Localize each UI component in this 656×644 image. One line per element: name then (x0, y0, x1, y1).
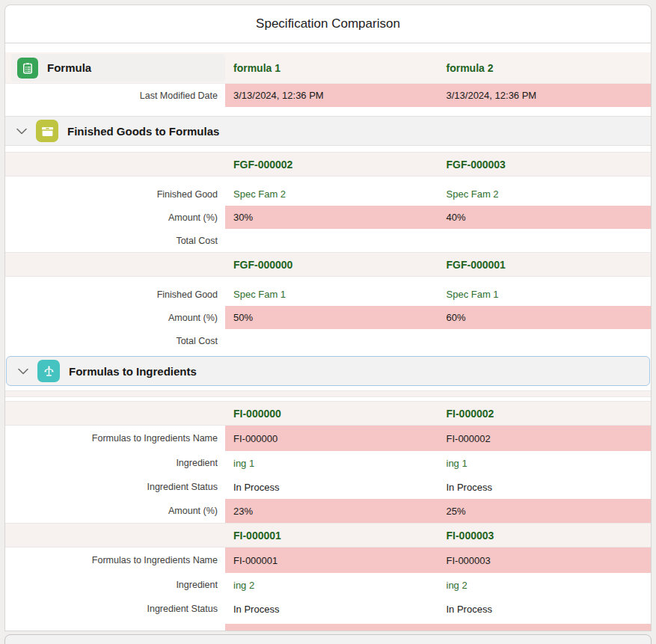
record-link[interactable]: FGF-000000 (225, 259, 438, 271)
formula-clipboard-icon (17, 58, 38, 79)
record-link[interactable]: Spec Fam 1 (225, 283, 438, 306)
field-values-highlighted: FI-000000 FI-000002 (225, 426, 651, 451)
label-spacer (5, 624, 225, 631)
finished-goods-box-icon (36, 120, 58, 142)
comparison-body: Formula formula 1 formula 2 Last Modifie… (4, 43, 652, 631)
field-label: Total Cost (5, 329, 225, 352)
field-row-amount: Amount (%) 30% 40% (5, 206, 651, 229)
field-value: 50% (225, 306, 438, 329)
record-link[interactable]: FI-000001 (225, 530, 438, 542)
column-header-formula-2[interactable]: formula 2 (438, 62, 652, 74)
field-values-highlighted: FI-000001 FI-000003 (225, 548, 651, 573)
record-link[interactable]: Spec Fam 2 (438, 183, 652, 206)
record-link[interactable]: ing 2 (225, 573, 438, 597)
field-value: In Process (438, 475, 652, 499)
section-title-formulas-ingredients: Formulas to Ingredients (69, 365, 197, 378)
field-label: Last Modified Date (5, 84, 225, 107)
section-title-finished-goods: Finished Goods to Formulas (67, 125, 219, 138)
field-value (438, 329, 652, 352)
field-label: Amount (%) (5, 499, 225, 523)
section-toggle-formulas-ingredients[interactable]: Formulas to Ingredients (6, 356, 650, 386)
section-toggle-finished-goods[interactable]: Finished Goods to Formulas (5, 116, 651, 146)
field-row-fi-name: Formulas to Ingredients Name FI-000000 F… (5, 426, 651, 451)
formula-section-label: Formula (11, 54, 225, 82)
spacer (5, 146, 651, 152)
field-values-highlighted: 23% 25% (225, 499, 651, 523)
field-value (225, 229, 438, 252)
field-label: Amount (%) (5, 206, 225, 229)
field-value: 25% (438, 499, 652, 523)
field-row-amount: Amount (%) 50% 60% (5, 306, 651, 329)
field-value: 40% (438, 206, 652, 229)
chevron-down-icon[interactable] (16, 128, 27, 135)
field-value: FI-000000 (225, 426, 438, 451)
field-row-total-cost: Total Cost (5, 329, 651, 352)
section-title-formula: Formula (47, 61, 91, 74)
field-label: Total Cost (5, 229, 225, 252)
field-value: 3/13/2024, 12:36 PM (438, 84, 652, 107)
record-link[interactable]: Spec Fam 1 (438, 283, 652, 306)
record-link[interactable]: FGF-000002 (225, 159, 438, 171)
record-link[interactable]: ing 2 (438, 573, 652, 597)
field-row-amount: Amount (%) 23% 25% (5, 499, 651, 523)
record-link[interactable]: ing 1 (225, 451, 438, 475)
modal-header: Specification Comparison (4, 4, 652, 43)
field-row-last-modified-date: Last Modified Date 3/13/2024, 12:36 PM 3… (5, 84, 651, 107)
field-row-finished-good: Finished Good Spec Fam 2 Spec Fam 2 (5, 183, 651, 206)
field-value: In Process (225, 597, 438, 621)
balance-scale-icon (37, 360, 60, 382)
field-value: FI-000003 (438, 548, 652, 573)
section-header-formula: Formula formula 1 formula 2 (5, 52, 651, 84)
record-link[interactable]: FI-000002 (438, 408, 652, 420)
spacer (5, 177, 651, 183)
field-label: Finished Good (5, 283, 225, 306)
record-header-band: FI-000000 FI-000002 (5, 401, 651, 426)
field-label: Amount (%) (5, 306, 225, 329)
formula-columns: formula 1 formula 2 (225, 52, 651, 83)
field-value: FI-000002 (438, 426, 652, 451)
field-values-highlighted (225, 624, 651, 631)
chevron-down-icon[interactable] (18, 368, 28, 375)
field-row-ingredient: Ingredient ing 1 ing 1 (5, 451, 651, 475)
field-label: Formulas to Ingredients Name (5, 548, 225, 573)
field-row-ingredient: Ingredient ing 2 ing 2 (5, 573, 651, 597)
record-link[interactable]: ing 1 (438, 451, 652, 475)
field-label: Ingredient (5, 573, 225, 597)
record-header-band: FGF-000002 FGF-000003 (5, 152, 651, 177)
field-value: 30% (225, 206, 438, 229)
record-header-band: FI-000001 FI-000003 (5, 523, 651, 548)
field-label: Formulas to Ingredients Name (5, 426, 225, 451)
spacer (5, 277, 651, 283)
clipped-highlight-row (5, 624, 651, 631)
field-value: In Process (438, 597, 652, 621)
record-header-band: FGF-000000 FGF-000001 (5, 252, 651, 277)
field-label: Ingredient (5, 451, 225, 475)
field-values-highlighted: 30% 40% (225, 206, 651, 229)
specification-comparison-modal: Specification Comparison Formula form (0, 0, 656, 644)
field-value (438, 229, 652, 252)
field-value (225, 329, 438, 352)
field-row-total-cost: Total Cost (5, 229, 651, 252)
page-title: Specification Comparison (256, 16, 400, 31)
field-values-highlighted: 50% 60% (225, 306, 651, 329)
record-link[interactable]: FGF-000003 (438, 159, 652, 171)
field-row-ingredient-status: Ingredient Status In Process In Process (5, 475, 651, 499)
field-row-ingredient-status: Ingredient Status In Process In Process (5, 597, 651, 621)
field-label: Ingredient Status (5, 475, 225, 499)
record-link[interactable]: FGF-000001 (438, 259, 652, 271)
field-label: Ingredient Status (5, 597, 225, 621)
record-link[interactable]: FI-000003 (438, 530, 652, 542)
field-value: 3/13/2024, 12:36 PM (225, 84, 438, 107)
field-value: FI-000001 (225, 548, 438, 573)
field-row-finished-good: Finished Good Spec Fam 1 Spec Fam 1 (5, 283, 651, 306)
field-values-highlighted: 3/13/2024, 12:36 PM 3/13/2024, 12:36 PM (225, 84, 651, 107)
field-value: 60% (438, 306, 652, 329)
record-link[interactable]: Spec Fam 2 (225, 183, 438, 206)
column-header-formula-1[interactable]: formula 1 (225, 62, 438, 74)
field-row-fi-name: Formulas to Ingredients Name FI-000001 F… (5, 548, 651, 573)
spacer (5, 107, 651, 111)
field-value: 23% (225, 499, 438, 523)
record-link[interactable]: FI-000000 (225, 408, 438, 420)
field-label: Finished Good (5, 183, 225, 206)
field-value: In Process (225, 475, 438, 499)
